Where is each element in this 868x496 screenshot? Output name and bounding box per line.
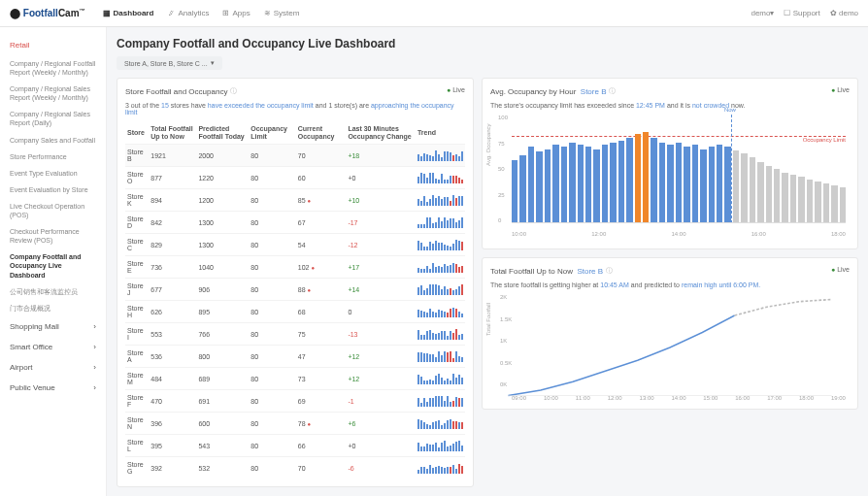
sparkline (417, 283, 463, 295)
col-header[interactable]: Last 30 Minutes Occupancy Change (346, 121, 416, 145)
sidebar-category[interactable]: Airport› (0, 357, 106, 378)
store-link[interactable]: Store B (581, 87, 607, 96)
topbar-right: demo▾ ☐ Support ✿ demo (751, 9, 858, 17)
sparkline (417, 216, 463, 228)
col-header[interactable]: Total Footfall Up to Now (149, 121, 196, 145)
bar-chart: Avg. Occupancy 1007550250 Occupancy Limi… (490, 115, 850, 241)
settings-menu[interactable]: ✿ demo (830, 9, 858, 17)
store-table: StoreTotal Footfall Up to NowPredicted F… (125, 121, 465, 479)
sidebar-item[interactable]: Company Sales and Footfall (0, 132, 106, 149)
topnav-analytics[interactable]: ⫽Analytics (167, 9, 209, 17)
topbar: ⬤ FootfallCam™ ▦Dashboard⫽Analytics⊞Apps… (0, 0, 868, 27)
sidebar-item[interactable]: 公司销售和客流监控员 (0, 283, 106, 300)
occupancy-message: The store's occupancy limit has exceeded… (490, 102, 850, 109)
col-header[interactable]: Predicted Footfall Today (196, 121, 249, 145)
page-title: Company Footfall and Occupancy Live Dash… (117, 37, 858, 50)
sparkline (417, 395, 463, 407)
sidebar-category[interactable]: Public Venue› (0, 378, 106, 398)
table-row[interactable]: Store F4706918069-1 (125, 390, 465, 413)
panel-store-footfall: ● Live Store Footfall and Occupancyⓘ 3 o… (117, 78, 474, 487)
panel-total-footfall: ● Live Total Footfall Up to Now Store Bⓘ… (482, 257, 858, 410)
col-header[interactable]: Store (125, 121, 149, 145)
panel-title: Avg. Occupancy by Hour Store Bⓘ (490, 86, 850, 96)
panel-avg-occupancy: ● Live Avg. Occupancy by Hour Store Bⓘ T… (482, 78, 858, 249)
line-chart: Total Footfall 2K1.5K1K0.5K0K 09:0010:00… (490, 294, 850, 401)
table-row[interactable]: Store O87712208060+0 (125, 167, 465, 189)
live-badge: ● Live (447, 86, 465, 93)
sidebar-item[interactable]: Company / Regional Footfall Report (Week… (0, 55, 106, 81)
sidebar-category[interactable]: Smart Office› (0, 337, 106, 357)
topnav-system[interactable]: ≋System (264, 9, 300, 17)
info-icon[interactable]: ⓘ (230, 86, 237, 96)
sidebar-item[interactable]: Store Performance (0, 149, 106, 165)
topnav: ▦Dashboard⫽Analytics⊞Apps≋System (103, 9, 300, 17)
sparkline (417, 149, 463, 161)
info-icon[interactable]: ⓘ (609, 86, 616, 96)
table-row[interactable]: Store N3966008078●+6 (125, 413, 465, 435)
sidebar-head-retail[interactable]: Retail (0, 37, 106, 55)
col-header[interactable]: Current Occupancy (296, 121, 347, 145)
col-header[interactable]: Occupancy Limit (249, 121, 296, 145)
table-row[interactable]: Store A5368008047+12 (125, 346, 465, 368)
table-row[interactable]: Store D84213008067-17 (125, 212, 465, 234)
sparkline (417, 440, 463, 451)
sidebar-item[interactable]: Event Type Evaluation (0, 165, 106, 182)
sparkline (417, 462, 463, 474)
support-link[interactable]: ☐ Support (784, 9, 819, 17)
table-row[interactable]: Store I5537668075-13 (125, 323, 465, 346)
table-row[interactable]: Store B192120008070+18 (125, 145, 465, 167)
footfall-message: The store footfall is getting higher at … (490, 281, 850, 288)
sidebar-item[interactable]: Live Checkout Operation (POS) (0, 198, 106, 223)
panel-title: Store Footfall and Occupancyⓘ (125, 86, 465, 96)
table-row[interactable]: Store M4846898073+12 (125, 368, 465, 390)
live-badge: ● Live (831, 86, 850, 93)
sidebar-item[interactable]: Event Evaluation by Store (0, 182, 106, 198)
store-filter[interactable]: Store A, Store B, Store C ... ▾ (117, 56, 222, 70)
sparkline (417, 172, 463, 183)
threshold-message: 3 out of the 15 stores have have exceede… (125, 102, 465, 116)
store-link[interactable]: Store B (577, 267, 603, 276)
table-row[interactable]: Store G3925328070-6 (125, 457, 465, 479)
col-header[interactable]: Trend (416, 121, 465, 145)
table-row[interactable]: Store C82913008054-12 (125, 234, 465, 256)
sparkline (417, 417, 463, 429)
table-row[interactable]: Store K89412008085●+10 (125, 189, 465, 212)
table-row[interactable]: Store H62689580680 (125, 301, 465, 323)
panel-title: Total Footfall Up to Now Store Bⓘ (490, 266, 850, 276)
sparkline (417, 328, 463, 340)
info-icon[interactable]: ⓘ (606, 266, 613, 276)
topnav-dashboard[interactable]: ▦Dashboard (103, 9, 154, 17)
main: ⇱ Company Footfall and Occupancy Live Da… (107, 27, 868, 496)
sidebar-item[interactable]: Checkout Performance Review (POS) (0, 223, 106, 248)
user-menu[interactable]: demo▾ (751, 9, 774, 17)
live-badge: ● Live (831, 266, 850, 273)
sparkline (417, 350, 463, 362)
sidebar-category[interactable]: Shopping Mall› (0, 316, 106, 337)
sparkline (417, 306, 463, 317)
sidebar-item[interactable]: Company / Regional Sales Report (Daily) (0, 106, 106, 131)
sidebar-item[interactable]: Company / Regional Sales Report (Weekly … (0, 81, 106, 106)
sidebar-item[interactable]: 门市合规概况 (0, 300, 106, 316)
table-row[interactable]: Store J6779068088●+14 (125, 279, 465, 301)
sparkline (417, 239, 463, 250)
sparkline (417, 261, 463, 273)
sidebar: Retail Company / Regional Footfall Repor… (0, 27, 107, 496)
table-row[interactable]: Store L3955438066+0 (125, 435, 465, 457)
sparkline (417, 373, 463, 384)
sparkline (417, 194, 463, 206)
sidebar-item[interactable]: Company Footfall and Occupancy Live Dash… (0, 248, 106, 282)
topnav-apps[interactable]: ⊞Apps (222, 9, 250, 17)
table-row[interactable]: Store E736104080102●+17 (125, 256, 465, 279)
logo: ⬤ FootfallCam™ (10, 8, 85, 18)
